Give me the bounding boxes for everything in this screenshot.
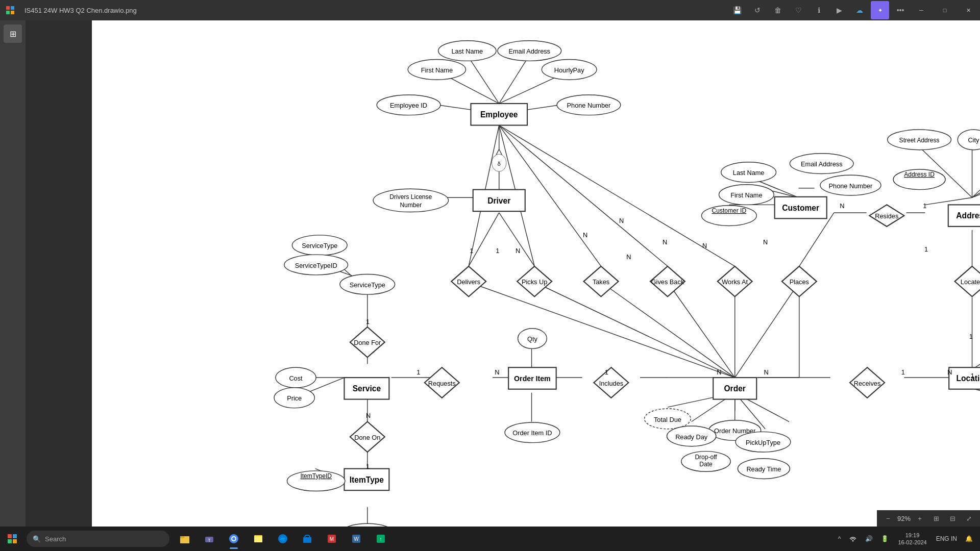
svg-text:Includes: Includes (599, 380, 624, 387)
svg-text:N: N (840, 202, 844, 210)
svg-text:Drop-off: Drop-off (695, 454, 717, 461)
canvas-area[interactable]: Employee Driver Customer Order Order Ite… (92, 20, 980, 527)
taskbar-item-explorer[interactable] (174, 528, 196, 550)
svg-text:Number: Number (400, 202, 422, 209)
svg-text:Done For: Done For (354, 339, 381, 346)
tray-network[interactable] (846, 528, 860, 550)
tray-volume[interactable]: 🔊 (862, 528, 876, 550)
svg-text:Works At: Works At (722, 278, 748, 286)
info-icon[interactable]: ℹ (810, 1, 828, 19)
taskbar-item-unknown2[interactable]: W (345, 528, 368, 550)
svg-text:1: 1 (923, 202, 926, 210)
svg-text:δ: δ (498, 161, 501, 167)
svg-line-18 (499, 125, 735, 266)
svg-text:ItemTypeID: ItemTypeID (300, 472, 332, 480)
system-clock[interactable]: 19:19 16-02-2024 (894, 532, 930, 546)
svg-line-20 (499, 213, 534, 266)
taskbar-item-unknown3[interactable]: ↑ (370, 528, 392, 550)
clock-time: 19:19 (905, 532, 920, 539)
taskbar-item-chrome[interactable] (223, 528, 245, 550)
svg-text:Receives: Receives (854, 380, 880, 387)
tray-chevron[interactable]: ^ (835, 528, 844, 550)
svg-text:Employee: Employee (480, 110, 518, 119)
svg-text:Drivers License: Drivers License (389, 193, 432, 201)
taskbar-item-store[interactable] (296, 528, 318, 550)
svg-text:Phone Number: Phone Number (829, 182, 873, 190)
svg-text:Picks Up: Picks Up (522, 278, 547, 286)
system-tray: ^ 🔊 🔋 19:19 16-02-2024 ENG IN 🔔 (835, 528, 980, 550)
svg-text:1: 1 (366, 318, 370, 325)
page-view-button[interactable]: ⊟ (945, 511, 960, 525)
svg-text:N: N (583, 231, 587, 239)
more-icon[interactable]: ••• (891, 1, 910, 19)
heart-icon[interactable]: ♡ (789, 1, 807, 19)
fit-page-button[interactable]: ⊞ (929, 511, 943, 525)
svg-line-19 (469, 213, 499, 266)
svg-text:Takes: Takes (593, 278, 609, 286)
svg-text:ServiceType: ServiceType (302, 242, 337, 249)
svg-text:N: N (764, 368, 768, 376)
svg-point-242 (852, 540, 854, 542)
svg-line-64 (975, 389, 980, 399)
tray-notification[interactable]: 🔔 (962, 528, 976, 550)
svg-text:City: City (968, 136, 979, 144)
svg-text:Qty: Qty (527, 335, 537, 343)
svg-text:Delivers: Delivers (457, 278, 480, 286)
fullscreen-button[interactable]: ⤢ (962, 511, 976, 525)
svg-text:1: 1 (496, 247, 499, 255)
svg-text:N: N (366, 412, 371, 419)
tray-lang[interactable]: ENG IN (933, 528, 960, 550)
history-icon[interactable]: ↺ (748, 1, 767, 19)
svg-line-38 (972, 176, 980, 198)
svg-text:1: 1 (416, 368, 420, 376)
svg-rect-221 (13, 534, 17, 538)
svg-text:N: N (663, 238, 667, 246)
taskbar-item-files[interactable] (247, 528, 270, 550)
svg-text:Driver: Driver (487, 196, 510, 205)
zoom-out-button[interactable]: − (881, 511, 895, 525)
svg-rect-222 (8, 539, 12, 543)
delete-icon[interactable]: 🗑 (769, 1, 787, 19)
svg-line-62 (975, 346, 980, 368)
svg-text:1: 1 (470, 247, 473, 255)
taskbar-search[interactable]: 🔍 Search (27, 531, 169, 547)
taskbar-item-unknown1[interactable]: M (321, 528, 343, 550)
svg-text:N: N (516, 247, 520, 255)
svg-text:T: T (208, 538, 211, 543)
svg-text:ServiceType: ServiceType (350, 281, 385, 289)
present-icon[interactable]: ▶ (830, 1, 848, 19)
svg-text:Order Item ID: Order Item ID (512, 429, 552, 437)
svg-text:PickUpType: PickUpType (746, 439, 780, 446)
app-icon (0, 0, 20, 20)
maximize-button[interactable]: □ (933, 0, 957, 20)
tray-battery[interactable]: 🔋 (878, 528, 892, 550)
svg-line-24 (668, 282, 735, 378)
purple-icon[interactable]: ✦ (871, 1, 889, 19)
cloud-icon[interactable]: ☁ (850, 1, 869, 19)
svg-text:Email Address: Email Address (508, 47, 550, 55)
taskbar: 🔍 Search T M W (0, 527, 980, 551)
zoom-indicator: − 92% + ⊞ ⊟ ⤢ (877, 510, 980, 527)
save-icon[interactable]: 💾 (728, 1, 746, 19)
svg-line-74 (799, 213, 834, 266)
svg-rect-223 (13, 539, 17, 543)
svg-text:Phone Number: Phone Number (567, 102, 611, 109)
svg-text:Last Name: Last Name (733, 169, 765, 177)
clock-date: 16-02-2024 (898, 539, 926, 546)
minimize-button[interactable]: ─ (910, 0, 933, 20)
start-button[interactable] (0, 527, 24, 551)
erd-diagram: Employee Driver Customer Order Order Ite… (92, 20, 980, 527)
svg-text:Ready Day: Ready Day (675, 433, 708, 441)
search-icon: 🔍 (33, 535, 41, 543)
zoom-in-button[interactable]: + (913, 511, 927, 525)
taskbar-item-teams[interactable]: T (198, 528, 220, 550)
sidebar-layers-icon[interactable]: ⊞ (4, 24, 22, 43)
svg-text:↑: ↑ (380, 536, 382, 542)
close-button[interactable]: ✕ (957, 0, 980, 20)
toolbar-icons: 💾 ↺ 🗑 ♡ ℹ ▶ ☁ ✦ ••• (728, 1, 910, 19)
svg-text:Location: Location (956, 374, 980, 383)
svg-text:Requests: Requests (428, 380, 456, 387)
svg-text:First Name: First Name (421, 66, 453, 74)
svg-text:1: 1 (971, 372, 974, 380)
taskbar-item-edge[interactable] (272, 528, 294, 550)
